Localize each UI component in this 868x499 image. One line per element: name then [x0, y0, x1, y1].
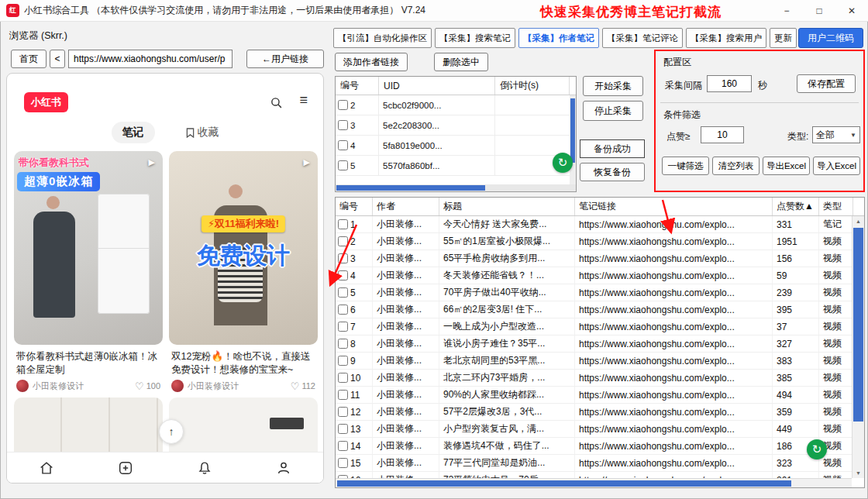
table-row[interactable]: 8小田装修...谁说小房子难住？35平...https://www.xiaoho… — [336, 336, 852, 353]
table-row[interactable]: 7小田装修...一晚上成为小户型改造...https://www.xiaohon… — [336, 318, 852, 336]
avatar[interactable] — [171, 380, 184, 392]
back-to-top-button[interactable]: ↑ — [159, 419, 184, 444]
tab-update[interactable]: 更新 — [770, 28, 797, 48]
user-link-button[interactable]: ←用户链接 — [246, 50, 324, 68]
cell-link[interactable]: https://www.xiaohongshu.com/explo... — [575, 216, 773, 232]
cell-link[interactable]: https://www.xiaohongshu.com/explo... — [575, 250, 773, 267]
heart-icon[interactable]: ♡ — [291, 380, 300, 392]
home-button[interactable]: 首页 — [11, 50, 46, 68]
tab-traffic-automation[interactable]: 【引流】自动化操作区 — [333, 28, 432, 48]
add-icon[interactable] — [117, 459, 134, 477]
add-author-link-button[interactable]: 添加作者链接 — [335, 53, 408, 71]
refresh-icon[interactable]: ↻ — [807, 439, 827, 459]
scrollbar-thumb[interactable] — [570, 98, 575, 163]
cell-link[interactable]: https://www.xiaohongshu.com/explo... — [575, 370, 773, 386]
table-row[interactable]: 1小田装修...今天心情好 送大家免费...https://www.xiaoho… — [336, 216, 852, 233]
profile-icon[interactable] — [275, 459, 292, 477]
row-checkbox[interactable] — [338, 253, 348, 263]
uid-vertical-scrollbar[interactable] — [570, 95, 576, 184]
author-name[interactable]: 小田装修设计 — [188, 380, 291, 392]
cell-link[interactable]: https://www.xiaohongshu.com/explo... — [575, 387, 773, 403]
delete-selected-button[interactable]: 删除选中 — [434, 53, 488, 71]
cell-link[interactable]: https://www.xiaohongshu.com/explo... — [575, 472, 773, 478]
row-checkbox[interactable] — [338, 236, 348, 246]
bell-icon[interactable] — [196, 459, 213, 477]
cell-link[interactable]: https://www.xiaohongshu.com/explo... — [575, 318, 773, 335]
cell-link[interactable]: https://www.xiaohongshu.com/explo... — [575, 267, 773, 284]
heart-icon[interactable]: ♡ — [135, 380, 144, 392]
row-checkbox[interactable] — [338, 356, 348, 366]
user-qrcode-button[interactable]: 用户二维码 — [798, 28, 863, 48]
cell-link[interactable]: https://www.xiaohongshu.com/explo... — [575, 404, 773, 420]
stop-collect-button[interactable]: 停止采集 — [583, 101, 643, 121]
row-checkbox[interactable] — [338, 270, 348, 280]
uid-table-row[interactable]: 25cbc02f9000... — [336, 95, 576, 115]
table-row[interactable]: 11小田装修...90%的人家里收纳都踩...https://www.xiaoh… — [336, 387, 852, 404]
uid-table-row[interactable]: 55570fa860bf... — [336, 156, 576, 176]
table-row[interactable]: 10小田装修...北京二环内73平婚房，...https://www.xiaoh… — [336, 370, 852, 387]
tab-notes[interactable]: 笔记 — [112, 122, 155, 143]
uid-horizontal-scrollbar[interactable] — [336, 184, 576, 191]
clear-list-button[interactable]: 清空列表 — [712, 157, 760, 175]
table-row[interactable]: 12小田装修...57平2层爆改3居，3代...https://www.xiao… — [336, 404, 852, 421]
tab-favorites[interactable]: 收藏 — [186, 126, 219, 139]
scrollbar-thumb[interactable] — [853, 228, 863, 422]
row-checkbox[interactable] — [338, 373, 348, 383]
note-caption[interactable]: 双12宠粉🔥！啥也不说，直接送免费设计！想装修的宝宝来~ — [171, 350, 315, 377]
uid-table-row[interactable]: 45fa8019e000... — [336, 136, 576, 156]
note-caption[interactable]: 带你看教科书式超薄0嵌冰箱！冰箱全屋定制 — [16, 350, 160, 377]
col-likes-sort[interactable]: 点赞数▲ — [773, 198, 819, 215]
table-row[interactable]: 4小田装修...冬天装修还能省钱？！...https://www.xiaohon… — [336, 267, 852, 284]
scrollbar-thumb[interactable] — [337, 480, 791, 487]
likes-filter-input[interactable] — [701, 126, 744, 143]
tab-search-notes[interactable]: 【采集】搜索笔记 — [435, 28, 515, 48]
start-collect-button[interactable]: 开始采集 — [583, 76, 643, 96]
url-input[interactable] — [68, 50, 232, 68]
row-checkbox[interactable] — [338, 160, 348, 170]
note-card[interactable]: ⚡双11福利来啦! 免费设计 ▶ 双12宠粉🔥！啥也不说，直接送免费设计！想装修… — [169, 151, 318, 392]
row-checkbox[interactable] — [338, 219, 348, 229]
cell-link[interactable]: https://www.xiaohongshu.com/explo... — [575, 438, 773, 454]
row-checkbox[interactable] — [338, 287, 348, 298]
tab-author-notes[interactable]: 【采集】作者笔记 — [518, 28, 599, 48]
row-checkbox[interactable] — [338, 140, 348, 150]
scroll-down-arrow-icon[interactable]: ▼ — [852, 468, 864, 478]
note-card[interactable]: 带你看教科书式 超薄0嵌冰箱 ▶ 带你看教科书式超薄0嵌冰箱！冰箱全屋定制 小田… — [14, 151, 163, 392]
maximize-button[interactable]: □ — [803, 0, 835, 22]
cell-link[interactable]: https://www.xiaohongshu.com/explo... — [575, 455, 773, 471]
row-checkbox[interactable] — [338, 120, 348, 130]
table-row[interactable]: 5小田装修...70平房子做出40平收纳...https://www.xiaoh… — [336, 284, 852, 301]
results-vertical-scrollbar[interactable]: ▲ ▼ — [852, 216, 864, 478]
one-key-filter-button[interactable]: 一键筛选 — [662, 157, 709, 175]
row-checkbox[interactable] — [338, 441, 348, 451]
author-name[interactable]: 小田装修设计 — [33, 380, 135, 392]
row-checkbox[interactable] — [338, 322, 348, 332]
minimize-button[interactable]: − — [770, 0, 803, 22]
note-card-image[interactable]: 带你看教科书式 超薄0嵌冰箱 ▶ — [14, 151, 163, 345]
cell-link[interactable]: https://www.xiaohongshu.com/explo... — [575, 421, 773, 437]
note-card-image[interactable]: ⚡双11福利来啦! 免费设计 ▶ — [169, 151, 318, 345]
tab-note-comments[interactable]: 【采集】笔记评论 — [602, 28, 683, 48]
table-row[interactable]: 13小田装修...小户型穷装复古风，满...https://www.xiaoho… — [336, 421, 852, 438]
row-checkbox[interactable] — [338, 458, 348, 468]
results-horizontal-scrollbar[interactable] — [336, 478, 852, 487]
cell-link[interactable]: https://www.xiaohongshu.com/explo... — [575, 336, 773, 352]
scroll-up-arrow-icon[interactable]: ▲ — [852, 216, 864, 226]
cell-link[interactable]: https://www.xiaohongshu.com/explo... — [575, 284, 773, 301]
scrollbar-thumb[interactable] — [336, 185, 485, 191]
row-checkbox[interactable] — [338, 305, 348, 315]
cell-link[interactable]: https://www.xiaohongshu.com/explo... — [575, 353, 773, 369]
table-row[interactable]: 6小田装修...66㎡的2居变3居! 住下...https://www.xiao… — [336, 301, 852, 318]
home-icon[interactable] — [38, 459, 55, 477]
table-row[interactable]: 16小田装修...73平简约中古风，70后...https://www.xiao… — [336, 472, 852, 478]
type-select[interactable]: 全部 ▼ — [812, 126, 860, 143]
row-checkbox[interactable] — [338, 407, 348, 417]
table-row[interactable]: 2小田装修...55㎡的1居室被小极限爆...https://www.xiaoh… — [336, 233, 852, 250]
row-checkbox[interactable] — [338, 424, 348, 434]
table-row[interactable]: 15小田装修...77平三代同堂却是奶油...https://www.xiaoh… — [336, 455, 852, 472]
avatar[interactable] — [16, 380, 29, 392]
cell-link[interactable]: https://www.xiaohongshu.com/explo... — [575, 301, 773, 318]
table-row[interactable]: 14小田装修...装修遇坑4不做，码住了...https://www.xiaoh… — [336, 438, 852, 455]
row-checkbox[interactable] — [338, 339, 348, 349]
save-config-button[interactable]: 保存配置 — [797, 74, 856, 93]
